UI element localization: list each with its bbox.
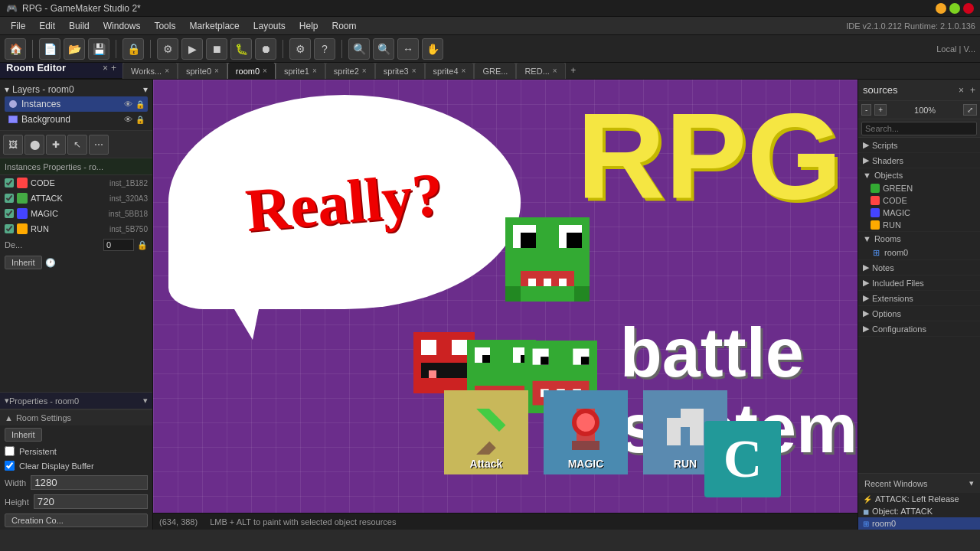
tab-sprite0[interactable]: sprite0 ×: [178, 63, 227, 79]
menu-room[interactable]: Room: [326, 19, 363, 33]
room-canvas[interactable]: Really? RPG battlesystem: [153, 80, 858, 513]
home-button[interactable]: 🏠: [5, 38, 26, 60]
tab-close-room0[interactable]: ×: [263, 67, 267, 75]
zoom-out-right[interactable]: -: [861, 104, 871, 116]
menu-help[interactable]: Help: [293, 19, 325, 33]
tool-image[interactable]: 🖼: [3, 135, 23, 155]
help-button[interactable]: ?: [314, 38, 335, 60]
tab-close-workspaces[interactable]: ×: [165, 67, 169, 75]
clear-display-checkbox[interactable]: [5, 461, 15, 471]
zoom-in-button[interactable]: 🔍: [348, 38, 370, 60]
tab-gre[interactable]: GRE...: [474, 63, 516, 79]
res-item-code[interactable]: CODE: [858, 194, 980, 207]
res-item-run[interactable]: RUN: [858, 219, 980, 231]
room-editor-close[interactable]: ×: [103, 63, 108, 73]
res-group-included-header[interactable]: ▶ Included Files: [858, 276, 980, 290]
recent-windows-expand[interactable]: ▾: [969, 478, 974, 488]
properties-header[interactable]: ▾ Properties - room0 ▾: [0, 393, 152, 409]
res-item-green[interactable]: GREEN: [858, 182, 980, 194]
creation-code-button[interactable]: Creation Co...: [5, 514, 148, 527]
close-button[interactable]: [963, 3, 974, 14]
res-group-shaders-header[interactable]: ▶ Shaders: [858, 153, 980, 168]
zoom-out-button[interactable]: 🔍: [373, 38, 394, 60]
tab-close-red[interactable]: ×: [553, 67, 557, 75]
res-item-room0[interactable]: ⊞ room0: [858, 246, 980, 259]
save-button[interactable]: 💾: [88, 38, 109, 60]
instance-attack-checkbox[interactable]: [5, 194, 14, 203]
tool-pointer[interactable]: ↖: [67, 135, 87, 155]
tab-close-sprite4[interactable]: ×: [462, 67, 466, 75]
search-input[interactable]: [861, 122, 977, 135]
properties-expand[interactable]: ▾: [143, 396, 148, 406]
menu-layouts[interactable]: Layouts: [247, 19, 292, 33]
tab-room0[interactable]: room0 ×: [227, 63, 276, 79]
tab-sprite1[interactable]: sprite1 ×: [276, 63, 325, 79]
res-group-notes-header[interactable]: ▶ Notes: [858, 260, 980, 275]
instance-attack[interactable]: ATTACK inst_320A3: [0, 191, 152, 206]
tab-add-button[interactable]: +: [566, 63, 581, 79]
layer-background-visibility[interactable]: 👁: [124, 115, 132, 124]
inherit-settings-button[interactable]: Inherit: [5, 428, 42, 442]
resources-add[interactable]: +: [970, 85, 975, 96]
tab-red[interactable]: RED... ×: [516, 63, 565, 79]
open-button[interactable]: 📂: [64, 38, 85, 60]
tab-workspaces[interactable]: Works... ×: [122, 63, 178, 79]
maximize-button[interactable]: [949, 3, 960, 14]
clock-icon[interactable]: 🕐: [45, 258, 56, 268]
layer-background-lock[interactable]: 🔒: [136, 116, 145, 124]
tool-more[interactable]: ⋯: [89, 135, 109, 155]
menu-tools[interactable]: Tools: [148, 19, 181, 33]
record-button[interactable]: ⏺: [255, 38, 276, 60]
layer-instances-visibility[interactable]: 👁: [124, 99, 132, 109]
minimize-button[interactable]: [936, 3, 946, 14]
layers-header[interactable]: ▾ Layers - room0 ▾: [5, 83, 148, 96]
layers-options[interactable]: ▾: [143, 84, 148, 95]
menu-file[interactable]: File: [5, 19, 31, 33]
zoom-in-right[interactable]: +: [874, 104, 887, 116]
hand-button[interactable]: ✋: [422, 38, 443, 60]
room-settings-header[interactable]: ▲ Room Settings: [0, 410, 152, 425]
fit-to-window[interactable]: ⤢: [963, 104, 977, 116]
res-item-magic[interactable]: MAGIC: [858, 207, 980, 219]
instance-code[interactable]: CODE inst_1B182: [0, 175, 152, 191]
stop-button[interactable]: ⏹: [206, 38, 227, 60]
tab-close-sprite2[interactable]: ×: [362, 67, 367, 75]
room-editor-add[interactable]: +: [111, 63, 116, 73]
grid-settings-button[interactable]: ⚙: [157, 38, 178, 60]
res-group-extensions-header[interactable]: ▶ Extensions: [858, 291, 980, 305]
res-group-options-header[interactable]: ▶ Options: [858, 306, 980, 321]
layer-instances-lock[interactable]: 🔒: [136, 100, 145, 109]
rw-room0[interactable]: ⊞ room0: [858, 517, 980, 530]
lock-button[interactable]: 🔒: [122, 38, 144, 60]
menu-build[interactable]: Build: [63, 19, 96, 33]
tab-sprite4[interactable]: sprite4 ×: [425, 63, 475, 79]
res-group-scripts-header[interactable]: ▶ Scripts: [858, 138, 980, 152]
new-button[interactable]: 📄: [39, 38, 60, 60]
debug-button[interactable]: 🐛: [230, 38, 252, 60]
layer-instances[interactable]: Instances 👁 🔒: [5, 96, 148, 112]
tab-close-sprite3[interactable]: ×: [412, 67, 416, 75]
depth-lock[interactable]: 🔒: [137, 240, 148, 250]
tool-select[interactable]: ✚: [46, 135, 66, 155]
instance-magic-checkbox[interactable]: [5, 209, 14, 218]
menu-windows[interactable]: Windows: [97, 19, 147, 33]
menu-edit[interactable]: Edit: [33, 19, 61, 33]
persistent-checkbox[interactable]: [5, 446, 15, 456]
rw-object-attack[interactable]: ◼ Object: ATTACK: [858, 505, 980, 517]
menu-marketplace[interactable]: Marketplace: [183, 19, 245, 33]
height-input[interactable]: [34, 494, 148, 509]
instance-run[interactable]: RUN inst_5B750: [0, 221, 152, 236]
res-group-objects-header[interactable]: ▼ Objects: [858, 168, 980, 182]
resources-close[interactable]: ×: [959, 85, 964, 96]
layer-background[interactable]: Background 👁 🔒: [5, 112, 148, 127]
settings-button[interactable]: ⚙: [289, 38, 311, 60]
tool-ellipse[interactable]: ⬤: [24, 135, 44, 155]
tab-close-sprite1[interactable]: ×: [312, 67, 317, 75]
inherit-button[interactable]: Inherit: [5, 256, 42, 269]
instance-run-checkbox[interactable]: [5, 224, 14, 233]
depth-input[interactable]: [103, 239, 134, 251]
width-input[interactable]: [31, 475, 148, 490]
zoom-reset-button[interactable]: ↔: [397, 38, 419, 60]
play-button[interactable]: ▶: [181, 38, 203, 60]
res-group-rooms-header[interactable]: ▼ Rooms: [858, 232, 980, 246]
